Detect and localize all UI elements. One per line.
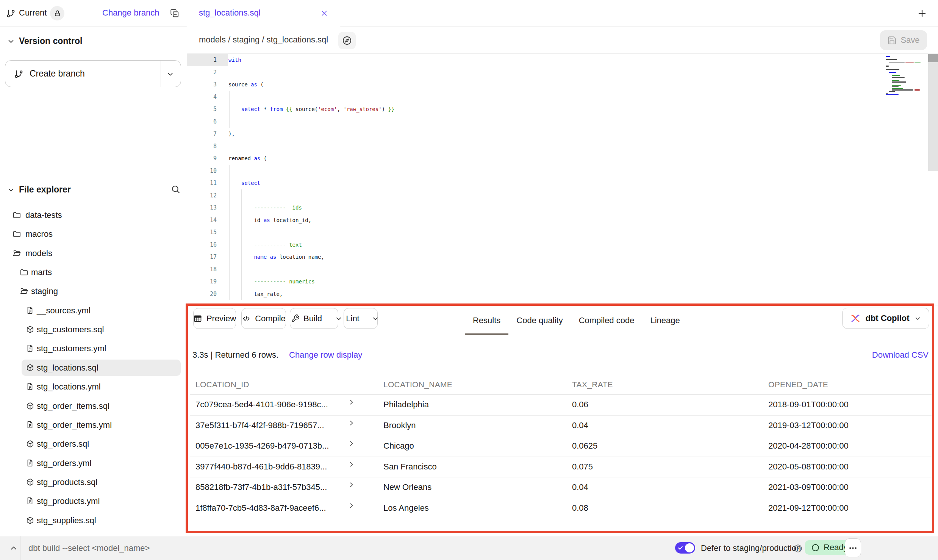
lint-button[interactable]: Lint <box>342 308 363 328</box>
cell-tax_rate: 0.06 <box>572 400 588 410</box>
code-line-12[interactable]: 12 <box>187 189 938 202</box>
code-line-10[interactable]: 10 <box>187 165 938 177</box>
change-branch-link[interactable]: Change branch <box>102 8 159 18</box>
code-line-13[interactable]: 13 ---------- ids <box>187 202 938 214</box>
code-line-17[interactable]: 17 name as location_name, <box>187 251 938 263</box>
lint-label: Lint <box>346 314 359 324</box>
lineage-compass-button[interactable] <box>338 32 356 49</box>
file-item-stg-orders-yml[interactable]: stg_orders.yml <box>0 455 187 472</box>
file-item-stg-locations-sql[interactable]: stg_locations.sql <box>0 360 187 376</box>
expand-row-chevron-icon[interactable] <box>348 419 355 427</box>
chevron-up-icon[interactable] <box>9 544 18 553</box>
code-line-1[interactable]: 1with <box>187 54 938 66</box>
new-tab-plus-icon[interactable] <box>917 8 927 19</box>
expand-row-chevron-icon[interactable] <box>348 399 355 406</box>
table-row: 858218fb-73f7-4b1b-a31f-57b345...New Orl… <box>190 477 932 498</box>
cell-opened_date: 2019-03-12T00:00:00 <box>768 421 849 430</box>
expand-row-chevron-icon[interactable] <box>348 461 355 468</box>
file-item-label: __sources.yml <box>37 306 91 316</box>
expand-row-chevron-icon[interactable] <box>348 440 355 447</box>
download-csv-link[interactable]: Download CSV <box>872 350 929 360</box>
file-item-stg-products-sql[interactable]: stg_products.sql <box>0 474 187 491</box>
code-line-19[interactable]: 19 ---------- numerics <box>187 275 938 288</box>
results-meta-row: 3.3s | Returned 6 rows. Change row displ… <box>187 345 938 366</box>
help-icon[interactable] <box>793 544 803 553</box>
panel-divider <box>187 336 938 336</box>
save-label: Save <box>900 35 919 45</box>
code-line-18[interactable]: 18 <box>187 263 938 276</box>
line-number: 20 <box>187 288 228 300</box>
code-line-5[interactable]: 5 select * from {{ source('ecom', 'raw_s… <box>187 103 938 116</box>
file-item-models[interactable]: models <box>0 245 187 262</box>
cell-tax_rate: 0.04 <box>572 421 588 430</box>
minimap-scroll-thumb[interactable] <box>928 54 938 62</box>
tab-label: Compiled code <box>579 316 635 325</box>
code-line-16[interactable]: 16 ---------- text <box>187 239 938 251</box>
code-line-6[interactable]: 6 <box>187 116 938 128</box>
cell-tax_rate: 0.0625 <box>572 441 597 451</box>
version-control-title[interactable]: Version control <box>19 36 82 46</box>
more-options-button[interactable] <box>845 538 861 557</box>
lint-options-chevron[interactable] <box>372 308 379 328</box>
code-line-11[interactable]: 11 select <box>187 177 938 189</box>
build-options-chevron[interactable] <box>335 308 342 328</box>
code-line-4[interactable]: 4 <box>187 91 938 103</box>
file-item-stg-order-items-sql[interactable]: stg_order_items.sql <box>0 398 187 415</box>
code-line-9[interactable]: 9renamed as ( <box>187 152 938 165</box>
file-item-data-tests[interactable]: data-tests <box>0 207 187 224</box>
copy-icon[interactable] <box>170 8 180 18</box>
minimap-line <box>892 75 900 76</box>
file-item-stg-customers-sql[interactable]: stg_customers.sql <box>0 321 187 338</box>
code-line-3[interactable]: 3source as ( <box>187 78 938 91</box>
file-item-label: macros <box>25 229 53 239</box>
folder-icon <box>13 230 21 238</box>
code-line-20[interactable]: 20 tax_rate, <box>187 288 938 300</box>
code-line-15[interactable]: 15 <box>187 226 938 239</box>
file-item-stg-supplies-sql[interactable]: stg_supplies.sql <box>0 512 187 529</box>
code-line-2[interactable]: 2 <box>187 66 938 79</box>
file-item-stg-orders-sql[interactable]: stg_orders.sql <box>0 436 187 452</box>
expand-row-chevron-icon[interactable] <box>348 502 355 509</box>
change-row-display-link[interactable]: Change row display <box>289 350 362 360</box>
file-item-stg-customers-yml[interactable]: stg_customers.yml <box>0 340 187 357</box>
save-button[interactable]: Save <box>880 30 927 50</box>
file-item-marts[interactable]: marts <box>0 264 187 281</box>
preview-button[interactable]: Preview <box>193 308 236 329</box>
build-button[interactable]: Build <box>286 308 327 328</box>
file-item-label: stg_orders.yml <box>37 458 91 468</box>
tab-stg-locations-sql[interactable]: stg_locations.sql <box>187 0 340 27</box>
minimap-line <box>892 88 903 89</box>
close-icon[interactable] <box>320 9 328 17</box>
create-branch-button[interactable]: Create branch <box>5 60 181 87</box>
code-text: ---------- text <box>228 242 302 248</box>
file-item-label: stg_products.sql <box>37 477 97 487</box>
search-icon[interactable] <box>170 184 181 194</box>
chevron-down-icon[interactable] <box>166 70 174 78</box>
defer-toggle[interactable] <box>675 542 695 554</box>
file-item-staging[interactable]: staging <box>0 283 187 300</box>
file-item--sources-yml[interactable]: __sources.yml <box>0 302 187 319</box>
tab-lineage[interactable]: Lineage <box>642 305 688 335</box>
file-explorer-title[interactable]: File explorer <box>19 185 71 195</box>
compile-button[interactable]: Compile <box>241 308 286 329</box>
file-item-stg-order-items-yml[interactable]: stg_order_items.yml <box>0 417 187 433</box>
chevron-down-icon[interactable] <box>7 186 15 194</box>
chevron-down-icon[interactable] <box>7 37 15 45</box>
cell-location_name: Chicago <box>383 441 414 451</box>
minimap-scroll-track[interactable] <box>928 54 938 171</box>
minimap-line <box>889 91 895 92</box>
file-item-stg-locations-yml[interactable]: stg_locations.yml <box>0 379 187 395</box>
tab-compiled-code[interactable]: Compiled code <box>571 305 643 335</box>
file-item-stg-products-yml[interactable]: stg_products.yml <box>0 493 187 510</box>
tab-results[interactable]: Results <box>465 305 508 335</box>
sidebar: Current Change branch Version control Cr… <box>0 0 187 536</box>
code-line-8[interactable]: 8 <box>187 140 938 153</box>
dbt-copilot-button[interactable]: dbt Copilot <box>842 308 929 329</box>
tab-code-quality[interactable]: Code quality <box>508 305 571 335</box>
code-line-7[interactable]: 7), <box>187 128 938 140</box>
code-editor[interactable]: 1with23source as (45 select * from {{ so… <box>187 54 938 305</box>
expand-row-chevron-icon[interactable] <box>348 481 355 488</box>
command-input[interactable]: dbt build --select <model_name> <box>28 536 150 560</box>
file-item-macros[interactable]: macros <box>0 226 187 242</box>
code-line-14[interactable]: 14 id as location_id, <box>187 214 938 227</box>
